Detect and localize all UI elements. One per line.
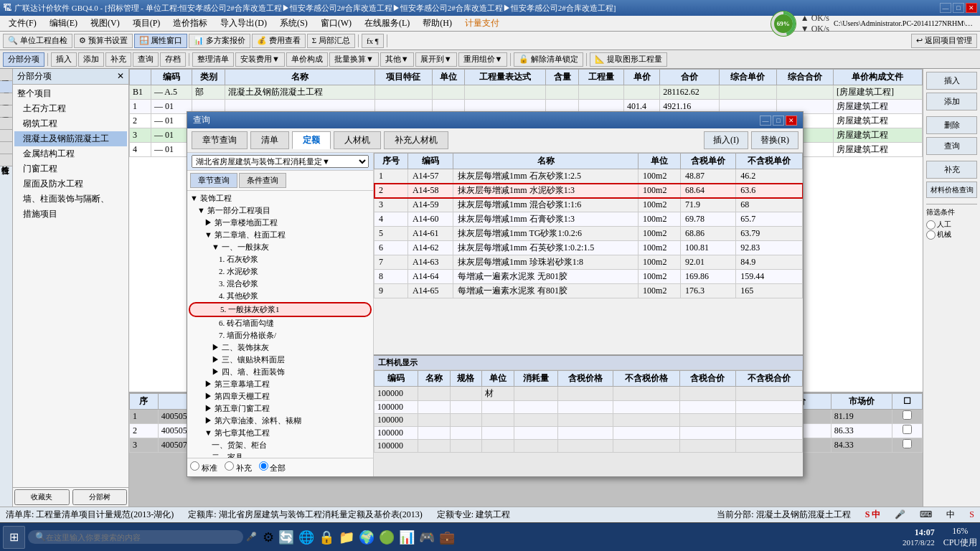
batch-convert-btn[interactable]: 批量换算▼ — [329, 52, 379, 67]
unlock-btn[interactable]: 🔓 解除清单锁定 — [514, 52, 583, 67]
menu-import-export[interactable]: 导入导出(D) — [215, 16, 273, 31]
dtree-ch2[interactable]: ▼ 第二章墙、柱面工程 — [189, 229, 372, 241]
tab-compliance[interactable]: 符合性检查 — [0, 154, 12, 166]
dialog-insert-button[interactable]: 插入(I) — [704, 131, 748, 149]
dtree-ch6[interactable]: ▶ 第六章油漆、涂料、裱糊 — [189, 415, 372, 427]
dialog-minimize-btn[interactable]: — — [760, 116, 771, 126]
dtree-general-plaster[interactable]: ▼ 一、一般抹灰 — [189, 241, 372, 253]
taskbar-search-container[interactable]: 🔍 — [28, 530, 243, 544]
supplement-btn[interactable]: 补充 — [105, 52, 131, 67]
dtree-furniture[interactable]: 二、家具 — [189, 451, 372, 458]
radio-standard-label[interactable]: 标准 — [190, 461, 217, 474]
app-icon-10[interactable]: 💼 — [439, 529, 455, 545]
dtree-cement-mortar[interactable]: 2. 水泥砂浆 — [189, 265, 372, 278]
menu-system[interactable]: 系统(S) — [274, 16, 314, 31]
app-icon-5[interactable]: 📁 — [339, 529, 354, 545]
expand-btn[interactable]: 展开到▼ — [415, 52, 457, 67]
dialog-tab-materials[interactable]: 人材机 — [334, 131, 381, 149]
menu-edit[interactable]: 编辑(E) — [44, 16, 83, 31]
query-btn[interactable]: 查询 — [133, 52, 159, 67]
section-tab[interactable]: 分部分项 — [3, 52, 44, 67]
budget-setup-btn[interactable]: ⚙ 预算书设置 — [74, 34, 133, 48]
dtree-general-mortar[interactable]: 5. 一般抹灰砂浆1 — [189, 302, 372, 317]
mic-taskbar-icon[interactable]: 🎤 — [246, 532, 257, 542]
dialog-row[interactable]: 1 A14-57 抹灰层每增减1mm 石灰砂浆1:2.5 100m2 48.87… — [374, 169, 803, 184]
material-row[interactable]: 100000 材 — [374, 387, 803, 401]
taskbar-search-input[interactable] — [46, 533, 189, 542]
right-delete-btn[interactable]: 删除 — [926, 116, 977, 134]
radio-all-label[interactable]: 全部 — [259, 461, 286, 474]
check-2[interactable] — [903, 425, 912, 434]
right-supplement-btn[interactable]: 补充 — [926, 161, 977, 179]
app-icon-3[interactable]: 🌐 — [298, 529, 314, 545]
menu-measure[interactable]: 计量支付 — [459, 16, 505, 31]
dialog-tab-list[interactable]: 清单 — [250, 131, 289, 149]
province-select[interactable]: 湖北省房屋建筑与装饰工程消耗量定▼ — [192, 155, 369, 168]
section-tree-btn[interactable]: 分部树 — [72, 489, 128, 505]
unit-price-btn[interactable]: 单价构成 — [286, 52, 328, 67]
right-query-btn[interactable]: 查询 — [926, 137, 977, 155]
menu-view[interactable]: 视图(V) — [85, 16, 126, 31]
collect-btn[interactable]: 收藏夹 — [14, 489, 70, 505]
multi-plan-btn[interactable]: 📊 多方案报价 — [189, 34, 250, 48]
dtree-ch7[interactable]: ▼ 第七章其他工程 — [189, 427, 372, 439]
return-project-btn[interactable]: ↩ 返回项目管理 — [911, 34, 977, 48]
menu-online[interactable]: 在线服务(L) — [359, 16, 415, 31]
dialog-row[interactable]: 5 A14-61 抹灰层每增减1mm TG砂浆1:0.2:6 100m2 68.… — [374, 227, 803, 241]
property-window-btn[interactable]: 🪟 属性窗口 — [134, 34, 188, 48]
add-btn[interactable]: 添加 — [78, 52, 104, 67]
reuse-btn[interactable]: 重用组价▼ — [458, 52, 508, 67]
dialog-tab-supplement[interactable]: 补充人材机 — [384, 131, 448, 149]
dtree-deco-plaster[interactable]: ▶ 二、装饰抹灰 — [189, 342, 372, 354]
material-row[interactable]: 100000 — [374, 427, 803, 440]
filter-manual-label[interactable]: 人工 — [926, 220, 977, 230]
menu-file[interactable]: 文件(F) — [3, 16, 42, 31]
dtree-ch5[interactable]: ▶ 第五章门窗工程 — [189, 402, 372, 415]
formula-btn[interactable]: fx ¶ — [362, 34, 384, 48]
local-sum-btn[interactable]: Σ 局部汇总 — [307, 34, 355, 48]
tree-whole-project[interactable]: 整个项目 — [14, 86, 127, 101]
install-fee-btn[interactable]: 安装费用▼ — [235, 52, 285, 67]
dialog-close-btn[interactable]: ✕ — [786, 116, 797, 126]
tree-measures[interactable]: 措施项目 — [14, 207, 127, 222]
radio-supplement[interactable] — [225, 461, 234, 471]
tab-other[interactable]: 其他项目 — [0, 105, 12, 118]
insert-btn[interactable]: 插入 — [51, 52, 77, 67]
table-row[interactable]: B1 — A.5 部 混凝土及钢筋混凝土工程 281162.62 [房屋 — [130, 85, 923, 100]
dialog-row[interactable]: 8 A14-64 每增减一遍素水泥浆 无801胶 100m2 169.86 15… — [374, 270, 803, 284]
tree-decoration[interactable]: 墙、柱面装饰与隔断、 — [14, 192, 127, 207]
dtree-tile[interactable]: ▶ 三、镶贴块料面层 — [189, 354, 372, 366]
tab-fees[interactable]: 费用汇总 — [0, 130, 12, 142]
app-icon-2[interactable]: 🔄 — [278, 529, 294, 545]
menu-window[interactable]: 窗口(W) — [315, 16, 357, 31]
dtree-ch3[interactable]: ▶ 第三章幕墙工程 — [189, 378, 372, 390]
dtree-shelf[interactable]: 一、货架、柜台 — [189, 439, 372, 451]
app-icon-7[interactable]: 🟢 — [379, 529, 395, 545]
dtree-lime-mortar[interactable]: 1. 石灰砂浆 — [189, 253, 372, 265]
tab-overview[interactable]: 工程概况 — [0, 69, 12, 81]
material-row[interactable]: 100000 — [374, 401, 803, 414]
tab-sections[interactable]: 分部分项 — [0, 81, 12, 93]
dialog-row[interactable]: 4 A14-60 抹灰层每增减1mm 石膏砂浆1:3 100m2 69.78 6… — [374, 212, 803, 227]
tab-measures[interactable]: 措施项目 — [0, 93, 12, 105]
dtree-other-mortar[interactable]: 4. 其他砂浆 — [189, 290, 372, 302]
tree-roofing[interactable]: 屋面及防水工程 — [14, 176, 127, 192]
left-tab-chapter[interactable]: 章节查询 — [190, 173, 237, 188]
dtree-ch4[interactable]: ▶ 第四章天棚工程 — [189, 390, 372, 402]
dialog-replace-button[interactable]: 替换(R) — [751, 131, 798, 149]
filter-machine-label[interactable]: 机械 — [926, 230, 977, 240]
dtree-brick-grout[interactable]: 6. 砖石墙面勾缝 — [189, 317, 372, 329]
dialog-row[interactable]: 6 A14-62 抹灰层每增减1mm 石英砂浆1:0.2:1.5 100m2 1… — [374, 241, 803, 255]
radio-all[interactable] — [259, 461, 268, 471]
material-row[interactable]: 100000 — [374, 440, 803, 453]
tree-doors[interactable]: 门窗工程 — [14, 161, 127, 176]
menu-help[interactable]: 帮助(H) — [417, 16, 458, 31]
close-icon[interactable]: ✕ — [117, 71, 124, 82]
material-row[interactable]: 100000 — [374, 414, 803, 427]
app-icon-8[interactable]: 📊 — [399, 529, 415, 545]
archive-btn[interactable]: 存档 — [160, 52, 186, 67]
tab-reports[interactable]: 报表 — [0, 142, 12, 154]
app-icon-4[interactable]: 🔒 — [319, 529, 334, 545]
fee-check-btn[interactable]: 💰 费用查看 — [252, 34, 306, 48]
radio-standard[interactable] — [190, 461, 199, 471]
